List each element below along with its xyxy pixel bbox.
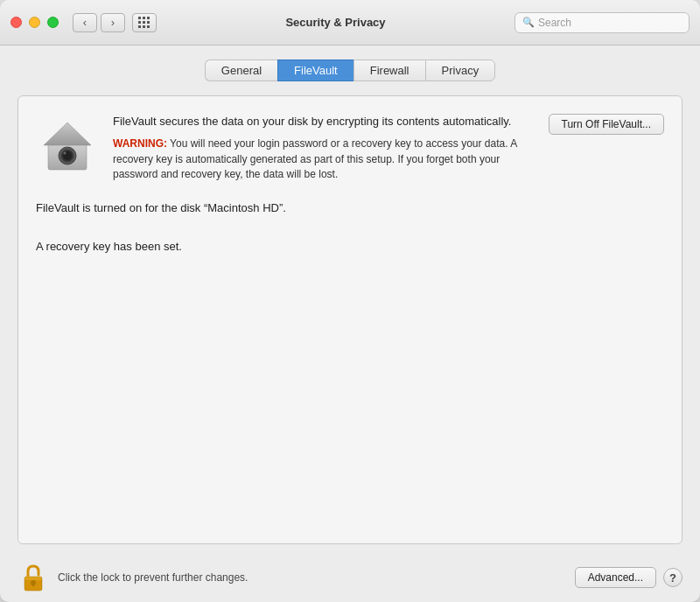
house-svg xyxy=(39,117,95,173)
back-button[interactable]: ‹ xyxy=(73,13,97,32)
lock-svg xyxy=(21,563,46,592)
lock-status-text: Click the lock to prevent further change… xyxy=(58,571,566,584)
maximize-button[interactable] xyxy=(47,17,59,28)
description-column: FileVault secures the data on your disk … xyxy=(113,114,664,182)
window: ‹ › Security & Privacy 🔍 Search General … xyxy=(0,0,700,602)
svg-rect-8 xyxy=(32,583,35,586)
top-section: FileVault secures the data on your disk … xyxy=(36,114,664,182)
warning-text: You will need your login password or a r… xyxy=(113,137,517,180)
description-block: FileVault secures the data on your disk … xyxy=(113,114,538,182)
grid-button[interactable] xyxy=(132,13,157,32)
bottom-bar: Click the lock to prevent further change… xyxy=(18,555,682,602)
description-text: FileVault secures the data on your disk … xyxy=(113,114,538,130)
right-buttons: Advanced... ? xyxy=(575,567,682,588)
tab-firewall[interactable]: Firewall xyxy=(354,60,425,81)
filevault-icon xyxy=(36,114,99,177)
close-button[interactable] xyxy=(10,17,22,28)
tab-filevault[interactable]: FileVault xyxy=(277,60,354,81)
search-placeholder: Search xyxy=(538,17,571,29)
tabs-bar: General FileVault Firewall Privacy xyxy=(18,60,682,81)
warning-block: WARNING: You will need your login passwo… xyxy=(113,136,538,182)
advanced-button[interactable]: Advanced... xyxy=(575,567,656,588)
tab-privacy[interactable]: Privacy xyxy=(425,60,496,81)
tab-general[interactable]: General xyxy=(205,60,277,81)
traffic-lights xyxy=(10,17,59,28)
search-box[interactable]: 🔍 Search xyxy=(514,12,690,33)
svg-marker-1 xyxy=(44,122,91,145)
window-title: Security & Privacy xyxy=(157,16,514,29)
grid-icon xyxy=(138,17,150,29)
warning-label: WARNING: xyxy=(113,137,167,150)
content-area: General FileVault Firewall Privacy xyxy=(0,46,700,602)
svg-rect-9 xyxy=(24,577,42,580)
turn-off-filevault-button[interactable]: Turn Off FileVault... xyxy=(549,114,664,135)
minimize-button[interactable] xyxy=(29,17,40,28)
nav-buttons: ‹ › xyxy=(73,13,125,32)
lock-icon[interactable] xyxy=(18,562,49,593)
main-panel: FileVault secures the data on your disk … xyxy=(18,95,682,544)
search-icon: 🔍 xyxy=(522,17,535,28)
filevault-status-text: FileVault is turned on for the disk “Mac… xyxy=(36,196,664,220)
recovery-key-text: A recovery key has been set. xyxy=(36,234,664,259)
help-button[interactable]: ? xyxy=(663,568,682,587)
svg-point-5 xyxy=(64,152,66,155)
titlebar: ‹ › Security & Privacy 🔍 Search xyxy=(0,0,700,46)
forward-button[interactable]: › xyxy=(101,13,125,32)
